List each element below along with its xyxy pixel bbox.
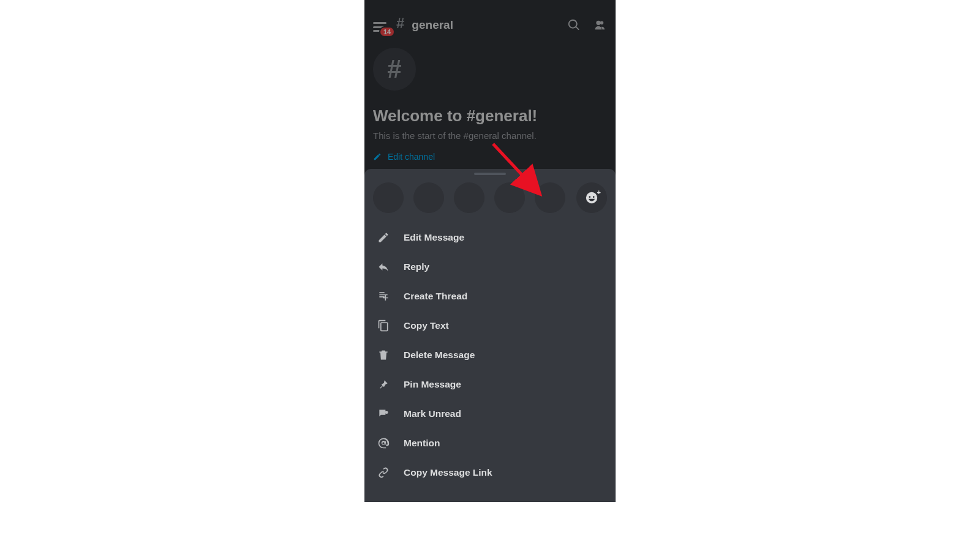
menu-item-copy-text[interactable]: Copy Text xyxy=(364,311,616,340)
edit-message-icon xyxy=(377,231,390,244)
app-screen: 14 # general # Welcome to #general! This… xyxy=(364,0,616,502)
create-thread-icon xyxy=(377,290,390,302)
reaction-slot[interactable] xyxy=(373,182,404,213)
welcome-subtitle: This is the start of the #general channe… xyxy=(373,130,607,141)
add-reaction-button[interactable]: + xyxy=(576,182,607,213)
edit-channel-label: Edit channel xyxy=(388,152,435,162)
hash-icon: # xyxy=(396,15,404,32)
menu-item-reply[interactable]: Reply xyxy=(364,252,616,282)
copy-text-icon xyxy=(377,320,390,332)
menu-item-label: Mention xyxy=(404,438,440,449)
channel-title[interactable]: general xyxy=(412,18,558,32)
quick-reactions-row: + xyxy=(364,182,616,223)
reaction-slot[interactable] xyxy=(454,182,484,213)
reaction-slot[interactable] xyxy=(535,182,565,213)
pin-message-icon xyxy=(377,378,390,391)
menu-item-mark-unread[interactable]: Mark Unread xyxy=(364,399,616,429)
channel-header: 14 # general xyxy=(364,0,616,39)
notification-badge: 14 xyxy=(379,26,395,37)
menu-item-pin-message[interactable]: Pin Message xyxy=(364,370,616,399)
reply-icon xyxy=(377,261,390,273)
channel-hash-avatar: # xyxy=(373,48,416,91)
menu-item-label: Mark Unread xyxy=(404,408,461,419)
menu-item-label: Reply xyxy=(404,261,429,272)
channel-welcome: # Welcome to #general! This is the start… xyxy=(364,39,616,174)
edit-channel-link[interactable]: Edit channel xyxy=(373,152,435,162)
menu-item-mention[interactable]: Mention xyxy=(364,429,616,458)
delete-message-icon xyxy=(377,349,390,361)
menu-item-delete-message[interactable]: Delete Message xyxy=(364,340,616,370)
search-icon[interactable] xyxy=(565,18,582,32)
reaction-slot[interactable] xyxy=(494,182,525,213)
pencil-icon xyxy=(373,152,382,161)
menu-item-create-thread[interactable]: Create Thread xyxy=(364,282,616,311)
menu-button[interactable]: 14 xyxy=(373,22,386,32)
menu-item-copy-link[interactable]: Copy Message Link xyxy=(364,458,616,487)
welcome-title: Welcome to #general! xyxy=(373,107,607,126)
sheet-drag-handle[interactable] xyxy=(474,173,506,175)
menu-item-label: Copy Text xyxy=(404,320,449,331)
copy-link-icon xyxy=(377,467,390,479)
menu-item-label: Pin Message xyxy=(404,379,461,390)
plus-icon: + xyxy=(597,189,601,196)
mention-icon xyxy=(377,437,390,449)
members-icon[interactable] xyxy=(590,18,607,32)
mark-unread-icon xyxy=(377,408,390,420)
menu-item-edit-message[interactable]: Edit Message xyxy=(364,223,616,252)
menu-item-label: Copy Message Link xyxy=(404,467,492,478)
menu-item-label: Delete Message xyxy=(404,350,475,361)
menu-item-label: Edit Message xyxy=(404,232,464,243)
reaction-slot[interactable] xyxy=(413,182,444,213)
context-menu-list: Edit MessageReplyCreate ThreadCopy TextD… xyxy=(364,223,616,487)
message-context-sheet: + Edit MessageReplyCreate ThreadCopy Tex… xyxy=(364,169,616,502)
menu-item-label: Create Thread xyxy=(404,291,467,302)
